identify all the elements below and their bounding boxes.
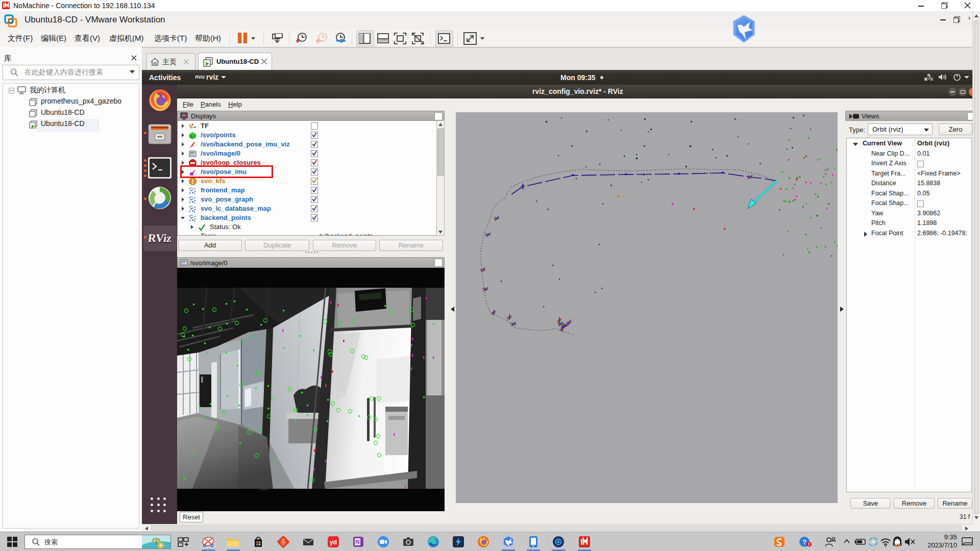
svg-text:yd: yd (330, 539, 337, 546)
svg-text:?: ? (802, 538, 806, 546)
svg-text:N: N (356, 539, 360, 545)
svg-text:?: ? (927, 74, 930, 81)
